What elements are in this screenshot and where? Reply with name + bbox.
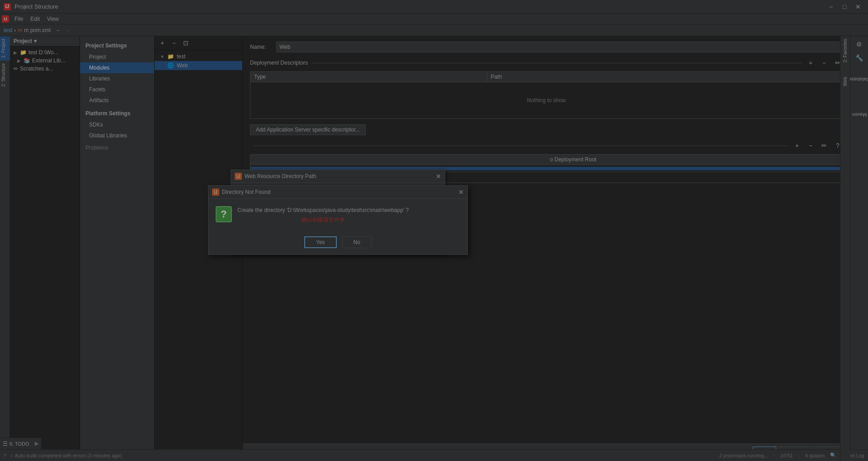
bottom-todo-label[interactable]: 6: TODO (9, 441, 29, 447)
col-webres (250, 155, 547, 165)
dnf-title-bar: IJ Directory Not Found ✕ (208, 186, 467, 199)
window-controls: − □ ✕ (825, 0, 864, 13)
wrd-title: Web Resource Directory Path (245, 173, 436, 179)
window-title: Project Structure (14, 3, 825, 10)
web-tool-btn[interactable]: Web (842, 74, 849, 89)
module-tree-web-label: Web (177, 62, 188, 69)
add-descriptor-btn[interactable]: + (806, 58, 816, 68)
menu-edit[interactable]: Edit (27, 15, 43, 23)
project-settings-title: Project Settings (80, 40, 154, 52)
copy-module-btn[interactable]: ⊡ (181, 38, 191, 48)
nav-project[interactable]: Project (80, 52, 154, 62)
dnf-message-area: Create the directory 'D:\Workspaces\java… (237, 206, 409, 229)
minimize-button[interactable]: − (825, 0, 837, 13)
wrd-close-btn[interactable]: ✕ (436, 173, 441, 180)
nav-modules[interactable]: Modules (80, 62, 154, 73)
remove-module-btn[interactable]: − (169, 38, 179, 48)
help-icon[interactable]: ? (4, 453, 6, 458)
dnf-question-icon: ? (216, 206, 232, 222)
status-sep1: | (774, 453, 775, 458)
left-tool-strip: 1: Project 2: Structure (0, 36, 10, 461)
scratches-icon: ✏ (14, 66, 18, 72)
wrd-icon: IJ (235, 173, 242, 180)
maven-tool-btn[interactable]: Maven (848, 111, 868, 118)
table-empty: Nothing to show (250, 82, 842, 118)
tree-item-scratches[interactable]: ✏ Scratches a... (10, 65, 80, 73)
status-sep2: | (798, 453, 800, 458)
breadcrumb-project[interactable]: test (4, 27, 12, 33)
module-tree-toolbar: + − ⊡ (155, 36, 242, 50)
nav-back[interactable]: ← (56, 27, 61, 33)
breadcrumb-file[interactable]: m pom.xml (24, 27, 51, 33)
remove-webres-btn[interactable]: − (806, 141, 816, 151)
nav-sdks[interactable]: SDKs (80, 119, 154, 130)
menu-file[interactable]: File (11, 15, 27, 23)
structure-tool-btn[interactable]: 2: Structure (0, 61, 10, 89)
col-type: Type (250, 72, 487, 82)
add-webres-btn[interactable]: + (792, 141, 802, 151)
maximize-button[interactable]: □ (838, 0, 851, 13)
dnf-close-btn[interactable]: ✕ (458, 188, 464, 196)
expand-icon-ext: ▶ (17, 58, 22, 63)
directory-not-found-dialog[interactable]: IJ Directory Not Found ✕ ? Create the di… (208, 185, 468, 255)
folder-icon: 📁 (20, 49, 27, 56)
dnf-body: ? Create the directory 'D:\Workspaces\ja… (208, 199, 467, 233)
far-right-strip: ⚙ 🔧 Database Maven (850, 36, 868, 461)
nav-artifacts[interactable]: Artifacts (80, 95, 154, 106)
breadcrumb-icon: m (18, 27, 22, 33)
empty-text: Nothing to show (527, 97, 566, 103)
settings-icon[interactable]: ⚙ (852, 38, 867, 51)
webres-table-header: o Deployment Root (250, 155, 842, 165)
tree-item-test[interactable]: ▶ 📁 test D:\Wo... (10, 48, 80, 56)
project-panel-title: Project (14, 38, 32, 44)
web-resource-dirs-header: + − ✏ ? (250, 141, 843, 151)
dnf-confirm-text: 确认创建该文件夹 (237, 216, 409, 224)
name-field-row: Name: (250, 42, 843, 52)
nav-libraries[interactable]: Libraries (80, 73, 154, 84)
wrd-title-bar: IJ Web Resource Directory Path ✕ (231, 170, 445, 183)
section-divider (311, 63, 802, 63)
tree-item-external-libs[interactable]: ▶ 📚 External Lib... (10, 56, 80, 65)
project-dropdown-icon[interactable]: ▾ (34, 38, 37, 44)
breadcrumb: test › m m pom.xml ← → (0, 24, 868, 36)
add-app-server-descriptor-btn[interactable]: Add Application Server specific descript… (250, 124, 366, 135)
module-tree-web[interactable]: 🌐 Web (155, 61, 242, 70)
expand-icon: ▼ (160, 54, 165, 59)
remove-descriptor-btn[interactable]: − (819, 58, 829, 68)
nav-problems[interactable]: Problems (80, 141, 154, 155)
bottom-toolbar: ☰ 6: TODO ▶ (0, 437, 41, 449)
nav-forward[interactable]: → (65, 27, 71, 33)
tree-item-ext-label: External Lib... (32, 57, 65, 64)
favorites-tool-btn[interactable]: 2: Favorites (842, 36, 849, 65)
menu-bar: IJ File Edit View (0, 14, 868, 24)
build-status: ○ Auto build completed with errors (3 mi… (10, 453, 122, 458)
terminal-icon: ▶ (35, 441, 38, 447)
dnf-no-btn[interactable]: No (342, 236, 372, 248)
wr-section-line-right (254, 146, 788, 146)
add-module-btn[interactable]: + (157, 38, 167, 48)
module-tree: ▼ 📁 test 🌐 Web (155, 50, 242, 461)
wrench-icon[interactable]: 🔧 (852, 52, 867, 64)
build-status-text: Auto build completed with errors (3 minu… (15, 453, 122, 458)
module-tree-test[interactable]: ▼ 📁 test (155, 52, 242, 61)
search-icon[interactable]: 🔍 (830, 452, 836, 458)
breadcrumb-sep: › (14, 27, 16, 33)
close-button[interactable]: ✕ (852, 0, 864, 13)
line-col-text: 10:51 (780, 453, 793, 458)
dnf-yes-btn[interactable]: Yes (304, 236, 337, 248)
project-tool-btn[interactable]: 1: Project (0, 36, 10, 61)
ps-left-nav: Project Settings Project Modules Librari… (80, 36, 155, 461)
nav-facets[interactable]: Facets (80, 84, 154, 95)
dnf-message: Create the directory 'D:\Workspaces\java… (237, 206, 409, 214)
title-bar: IJ Project Structure − □ ✕ (0, 0, 868, 14)
deployment-descriptors-title: Deployment Descriptors (250, 60, 308, 66)
status-bar: ? ○ Auto build completed with errors (3 … (0, 449, 868, 461)
table-header: Type Path (250, 72, 842, 82)
menu-view[interactable]: View (43, 15, 62, 23)
dnf-footer: Yes No (208, 233, 467, 254)
library-icon: 📚 (24, 57, 30, 64)
name-input[interactable] (276, 42, 843, 52)
nav-global-libs[interactable]: Global Libraries (80, 130, 154, 141)
edit-webres-btn[interactable]: ✏ (819, 141, 829, 151)
project-panel-header: Project ▾ (10, 36, 80, 47)
